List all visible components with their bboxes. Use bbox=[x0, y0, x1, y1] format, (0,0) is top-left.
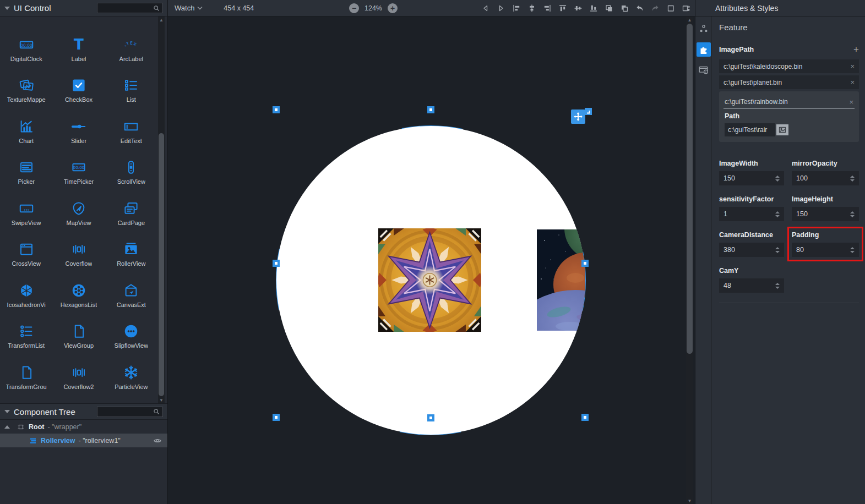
component-item-icosahedronvi[interactable]: IcosahedronVi bbox=[0, 270, 52, 311]
align-left-icon[interactable] bbox=[512, 4, 521, 13]
align-bottom-icon[interactable] bbox=[589, 4, 598, 13]
watch-face[interactable] bbox=[276, 126, 585, 435]
mirroropacity-input[interactable]: 100 bbox=[792, 171, 859, 185]
imagepath-item[interactable]: c:\guiTest\kaleidoscope.bin × bbox=[719, 59, 859, 73]
component-item-checkbox[interactable]: CheckBox bbox=[52, 65, 105, 107]
component-item-coverflow2[interactable]: Coverflow2 bbox=[52, 352, 105, 393]
align-right-icon[interactable] bbox=[543, 4, 552, 13]
resize-handle-bottom-right[interactable] bbox=[581, 414, 589, 421]
component-item-picker[interactable]: Picker bbox=[0, 147, 52, 189]
field-label: CamY bbox=[719, 267, 784, 275]
palette-scrollbar[interactable]: ▲ ▼ bbox=[158, 17, 165, 403]
imagepath-item[interactable]: c:\guiTest\rainbow.bin × bbox=[723, 95, 855, 109]
resize-handle-left[interactable] bbox=[273, 260, 280, 267]
component-item-crossview[interactable]: CrossView bbox=[0, 229, 52, 271]
nav-prev-icon[interactable] bbox=[481, 4, 490, 13]
remove-icon[interactable]: × bbox=[849, 98, 853, 106]
bring-forward-icon[interactable] bbox=[605, 4, 613, 13]
camy-input[interactable]: 48 bbox=[719, 278, 784, 293]
canvas-scrollbar[interactable]: ▲ ▼ bbox=[686, 17, 693, 504]
spinner-arrows[interactable] bbox=[775, 283, 780, 289]
cameradistance-input[interactable]: 380 bbox=[719, 243, 784, 257]
spinner-arrows[interactable] bbox=[775, 211, 780, 217]
spinner-arrows[interactable] bbox=[850, 176, 855, 182]
padding-input[interactable]: 80 bbox=[792, 243, 859, 257]
tree-row-rollerview[interactable]: Rollerview - "rollerview1" bbox=[0, 434, 167, 447]
component-item-label[interactable]: T Label bbox=[52, 24, 105, 65]
component-item-arclabel[interactable]: ‹TEXT› ArcLabel bbox=[105, 24, 157, 65]
share-nodes-icon[interactable] bbox=[697, 22, 711, 36]
component-item-canvasext[interactable]: CanvasExt bbox=[105, 270, 157, 311]
scroll-down-icon[interactable]: ▼ bbox=[686, 497, 693, 504]
collapse-caret-icon[interactable] bbox=[4, 7, 10, 10]
scroll-down-icon[interactable]: ▼ bbox=[158, 397, 165, 403]
component-item-hexagonslist[interactable]: HexagonsList bbox=[52, 270, 105, 311]
scrollbar-thumb[interactable] bbox=[687, 24, 693, 354]
send-backward-icon[interactable] bbox=[620, 4, 629, 13]
swap-layout-icon[interactable] bbox=[682, 4, 690, 13]
tree-row-root[interactable]: Root - "wrapper" bbox=[0, 420, 167, 434]
component-item-timepicker[interactable]: 00:00 TimePicker bbox=[52, 147, 105, 189]
component-item-transformlist[interactable]: TransformList bbox=[0, 311, 52, 353]
sensitivityfactor-input[interactable]: 1 bbox=[719, 207, 784, 221]
field-value: 150 bbox=[723, 174, 735, 182]
zoom-out-button[interactable]: − bbox=[349, 3, 359, 13]
scroll-up-icon[interactable]: ▲ bbox=[158, 17, 165, 23]
component-item-edittext[interactable]: EditText bbox=[105, 106, 157, 147]
remove-icon[interactable]: × bbox=[850, 78, 855, 86]
selection-frame-icon[interactable] bbox=[666, 4, 675, 13]
component-item-list[interactable]: List bbox=[105, 65, 157, 107]
tree-expand-icon[interactable] bbox=[4, 425, 10, 429]
artboard-icon bbox=[17, 423, 25, 431]
align-top-icon[interactable] bbox=[558, 4, 567, 13]
device-select[interactable]: Watch bbox=[175, 4, 203, 12]
align-center-horizontal-icon[interactable] bbox=[527, 4, 536, 13]
component-item-texturemappe[interactable]: TextureMappe bbox=[0, 65, 52, 107]
move-tool-icon[interactable] bbox=[571, 109, 585, 124]
component-item-slider[interactable]: Slider bbox=[52, 106, 105, 147]
spinner-arrows[interactable] bbox=[775, 176, 780, 182]
resize-handle-top-center[interactable] bbox=[427, 106, 434, 113]
component-item-mapview[interactable]: MapView bbox=[52, 188, 105, 229]
component-search-input[interactable] bbox=[97, 3, 163, 13]
resize-handle-bottom-left[interactable] bbox=[273, 414, 280, 421]
visibility-eye-icon[interactable] bbox=[153, 436, 162, 445]
align-middle-vertical-icon[interactable] bbox=[574, 4, 583, 13]
component-item-cardpage[interactable]: CardPage bbox=[105, 188, 157, 229]
path-input[interactable]: c:\guiTest\rair bbox=[725, 123, 775, 136]
component-item-viewgroup[interactable]: ViewGroup bbox=[52, 311, 105, 353]
scroll-up-icon[interactable]: ▲ bbox=[686, 17, 693, 23]
component-item-scrollview[interactable]: ScrollView bbox=[105, 147, 157, 189]
form-info-icon[interactable] bbox=[697, 63, 711, 77]
imagepath-item[interactable]: c:\guiTest\planet.bin × bbox=[719, 75, 859, 89]
nav-next-icon[interactable] bbox=[497, 4, 505, 13]
browse-image-button[interactable] bbox=[776, 124, 788, 135]
component-item-particleview[interactable]: ParticleView bbox=[105, 352, 157, 393]
imageheight-input[interactable]: 150 bbox=[792, 207, 859, 221]
add-imagepath-button[interactable]: + bbox=[853, 45, 859, 54]
component-item-coverflow[interactable]: Coverflow bbox=[52, 229, 105, 271]
imagewidth-input[interactable]: 150 bbox=[719, 171, 784, 185]
zoom-in-button[interactable]: + bbox=[388, 3, 398, 13]
component-item-chart[interactable]: Chart bbox=[0, 106, 52, 147]
component-item-digitalclock[interactable]: 00:00 DigitalClock bbox=[0, 24, 52, 65]
remove-icon[interactable]: × bbox=[850, 62, 855, 70]
tree-collapse-caret-icon[interactable] bbox=[4, 410, 10, 413]
component-item-transformgrou[interactable]: TransformGrou bbox=[0, 352, 52, 393]
spinner-arrows[interactable] bbox=[850, 211, 855, 217]
component-item-rollerview[interactable]: RollerView bbox=[105, 229, 157, 271]
puzzle-icon[interactable] bbox=[697, 42, 711, 57]
undo-icon[interactable] bbox=[635, 4, 644, 13]
resize-handle-top-left[interactable] bbox=[273, 106, 280, 113]
component-item-slipflowview[interactable]: SlipflowView bbox=[105, 311, 157, 353]
spinner-arrows[interactable] bbox=[850, 247, 855, 253]
scrollbar-thumb[interactable] bbox=[159, 133, 164, 396]
tree-search-input[interactable] bbox=[97, 407, 163, 417]
component-label: TransformGrou bbox=[6, 384, 47, 390]
redo-icon[interactable] bbox=[651, 4, 660, 13]
resize-handle-bottom-center[interactable] bbox=[427, 414, 434, 421]
spinner-arrows[interactable] bbox=[775, 247, 780, 253]
resize-handle-top-right[interactable] bbox=[585, 108, 592, 115]
resize-handle-right[interactable] bbox=[581, 260, 589, 267]
component-item-swipeview[interactable]: SwipeView bbox=[0, 188, 52, 229]
